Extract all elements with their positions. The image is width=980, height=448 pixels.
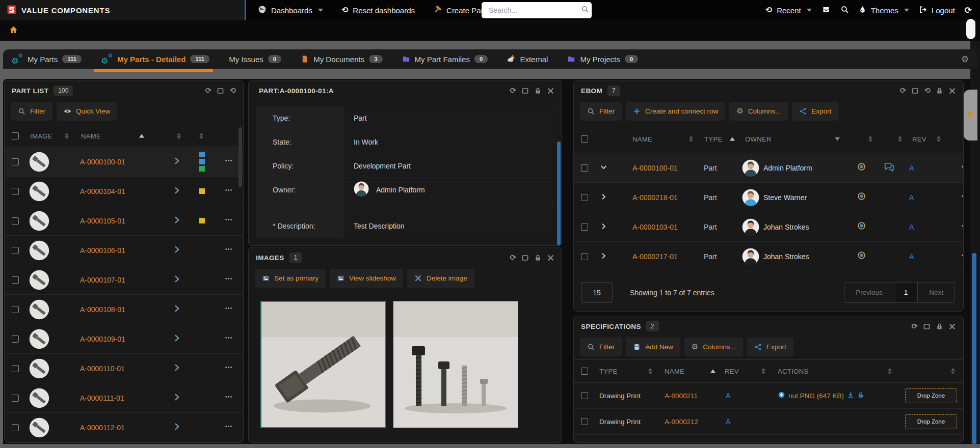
part-row[interactable]: A-0000108-01 — [5, 295, 243, 324]
current-page-button[interactable]: 1 — [894, 283, 918, 302]
row-menu-button[interactable] — [949, 222, 964, 232]
part-row[interactable]: A-0000110-01 — [5, 354, 243, 383]
nav-logout[interactable]: Logout — [919, 6, 955, 15]
sort-asc-icon[interactable] — [730, 137, 735, 141]
select-all-checkbox[interactable] — [12, 132, 19, 139]
view-eye-icon[interactable] — [857, 162, 884, 173]
brand-logo[interactable]: VALUE COMPONENTS — [0, 0, 246, 20]
specifications-export-button[interactable]: Export — [747, 338, 793, 356]
part-number-link[interactable]: A-0000112-01 — [80, 424, 173, 432]
part-row[interactable]: A-0000104-01 — [5, 177, 243, 206]
part-row[interactable]: A-0000107-01 — [5, 265, 243, 295]
sort-asc-icon[interactable] — [710, 370, 716, 373]
maximize-icon[interactable] — [923, 323, 931, 330]
nav-inbox[interactable] — [822, 5, 831, 16]
row-menu-button[interactable] — [949, 163, 964, 173]
expand-chevron-icon[interactable] — [600, 222, 632, 232]
row-checkbox[interactable] — [581, 194, 588, 201]
search-icon[interactable] — [581, 5, 589, 15]
row-checkbox[interactable] — [12, 188, 19, 195]
row-checkbox[interactable] — [581, 253, 588, 260]
row-checkbox[interactable] — [581, 392, 588, 399]
sort-asc-icon[interactable] — [139, 134, 144, 138]
maximize-icon[interactable] — [521, 254, 529, 262]
search-input[interactable] — [489, 6, 581, 14]
part-number-link[interactable]: A-0000100-01 — [632, 164, 704, 172]
spec-name-link[interactable]: A-0000212 — [665, 418, 726, 426]
tab-external[interactable]: External — [507, 55, 548, 64]
maximize-icon[interactable] — [911, 87, 919, 95]
ebom-row[interactable]: A-0000217-01PartJohan StrokesA — [574, 242, 963, 271]
part-number-link[interactable]: A-0000100-01 — [80, 158, 173, 166]
lock-icon[interactable] — [936, 323, 943, 330]
revision-link[interactable]: A — [909, 223, 949, 231]
tab-my-issues[interactable]: My Issues0 — [229, 55, 281, 64]
part-row[interactable]: A-0000100-01 — [5, 147, 243, 177]
view-eye-icon[interactable] — [857, 251, 884, 262]
part-row[interactable]: A-0000112-01 — [5, 413, 243, 442]
bolt-photo[interactable] — [260, 301, 386, 428]
part-number-link[interactable]: A-0000106-01 — [80, 246, 173, 255]
expand-chevron-icon[interactable] — [173, 216, 199, 226]
collapse-chevron-icon[interactable] — [600, 163, 632, 173]
tab-my-part-familes[interactable]: My Part Familes0 — [402, 55, 488, 64]
row-menu-button[interactable] — [949, 192, 964, 202]
close-icon[interactable] — [547, 87, 554, 95]
expand-chevron-icon[interactable] — [173, 275, 199, 285]
previous-page-button[interactable]: Previous — [844, 283, 894, 302]
part-number-link[interactable]: A-0000218-01 — [632, 193, 704, 202]
row-checkbox[interactable] — [12, 424, 19, 431]
nav-sync[interactable]: ⟳ — [965, 6, 972, 15]
ebom-row[interactable]: A-0000218-01PartSteve WarnerA — [574, 183, 963, 212]
file-name-link[interactable]: nut.PNG (647 KB) — [788, 392, 844, 400]
refresh-icon[interactable]: ⟳ — [911, 323, 918, 330]
tab-my-parts-detailed[interactable]: ⚙⚙My Parts - Detailed111 — [101, 54, 209, 64]
revision-link[interactable]: A — [909, 253, 949, 261]
drop-zone-button[interactable]: Drop Zone — [905, 414, 957, 429]
part-number-link[interactable]: A-0000107-01 — [80, 276, 173, 284]
ebom-columns--button[interactable]: ⚙Columns... — [729, 102, 788, 121]
specifications-filter-button[interactable]: Filter — [580, 338, 622, 356]
sort-icon[interactable] — [177, 133, 181, 139]
row-menu-button[interactable] — [225, 275, 243, 285]
ebom-export-button[interactable]: Export — [792, 102, 838, 121]
attach-plus-icon[interactable] — [778, 391, 785, 400]
part-number-link[interactable]: A-0000105-01 — [80, 217, 173, 225]
refresh-icon[interactable]: ⟳ — [510, 254, 516, 262]
part-number-link[interactable]: A-0000103-01 — [632, 223, 704, 231]
nav-themes[interactable]: Themes — [859, 6, 909, 15]
part-row[interactable]: A-0000106-01 — [5, 236, 243, 265]
images-set-as-primary-button[interactable]: Set as primary — [255, 269, 326, 288]
row-menu-button[interactable] — [225, 334, 243, 344]
next-page-button[interactable]: Next — [918, 283, 955, 302]
sort-icon[interactable] — [888, 368, 892, 374]
images-view-slideshow-button[interactable]: View slideshow — [330, 269, 403, 288]
sort-icon[interactable] — [868, 136, 872, 142]
spec-name-link[interactable]: A-0000211 — [665, 392, 726, 400]
select-all-checkbox[interactable] — [581, 368, 588, 375]
row-menu-button[interactable] — [225, 423, 243, 432]
sort-desc-icon[interactable] — [835, 137, 840, 141]
row-checkbox[interactable] — [581, 418, 588, 425]
screws-photo[interactable] — [393, 301, 518, 428]
expand-chevron-icon[interactable] — [173, 157, 199, 167]
close-icon[interactable] — [948, 87, 956, 95]
row-menu-button[interactable] — [225, 304, 243, 314]
specification-row[interactable]: Drawing PrintA-0000212ADrop Zone — [574, 409, 963, 435]
tab-my-projects[interactable]: My Projects0 — [567, 55, 638, 64]
ebom-create-and-connect-row-button[interactable]: Create and connect row — [626, 102, 725, 121]
view-eye-icon[interactable] — [857, 192, 884, 203]
view-eye-icon[interactable] — [857, 221, 884, 232]
nav-dashboards[interactable]: Dashboards — [258, 5, 323, 15]
sort-icon[interactable] — [65, 133, 69, 139]
part-list-scrollbar[interactable] — [239, 127, 242, 187]
select-all-checkbox[interactable] — [581, 135, 588, 143]
part-row[interactable]: A-0000111-01 — [5, 383, 243, 413]
refresh-icon[interactable]: ⟳ — [510, 87, 516, 95]
sort-icon[interactable] — [951, 368, 955, 374]
refresh-icon[interactable]: ⟳ — [900, 87, 907, 95]
row-menu-button[interactable] — [225, 393, 243, 403]
expand-chevron-icon[interactable] — [173, 186, 199, 197]
row-checkbox[interactable] — [12, 306, 19, 313]
specification-row[interactable]: Drawing PrintA-0000211Anut.PNG (647 KB)D… — [574, 383, 963, 409]
